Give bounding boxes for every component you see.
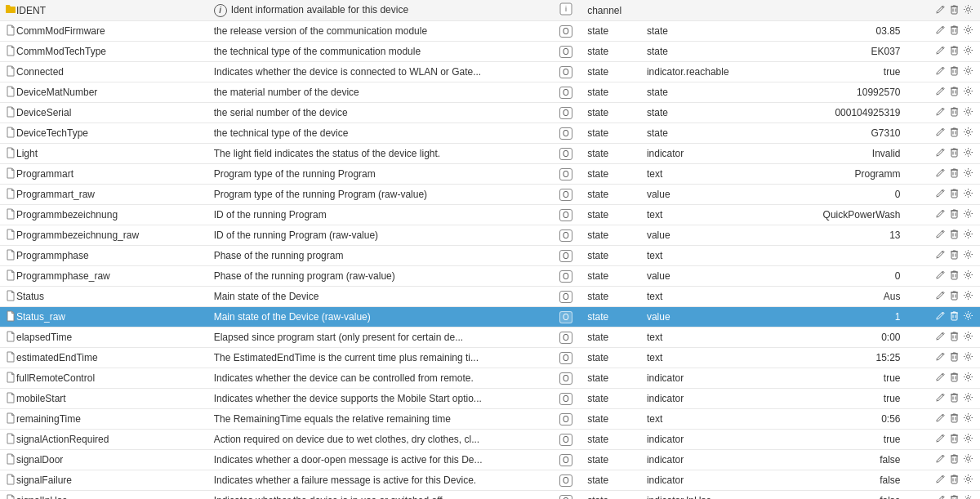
settings-button[interactable]	[961, 432, 975, 447]
table-row[interactable]: Programmphase_rawPhase of the running pr…	[0, 266, 980, 287]
settings-button[interactable]	[961, 248, 975, 263]
settings-button[interactable]	[961, 473, 975, 488]
settings-button[interactable]	[961, 126, 975, 140]
edit-button[interactable]	[933, 65, 947, 79]
edit-button[interactable]	[933, 473, 947, 488]
table-row[interactable]: signalInUseIndicates whether the device …	[0, 491, 980, 500]
table-row[interactable]: DeviceTechTypethe technical type of the …	[0, 123, 980, 144]
delete-button[interactable]	[947, 105, 961, 120]
table-row[interactable]: fullRemoteControlIndicates whether the d…	[0, 368, 980, 389]
delete-button[interactable]	[947, 289, 961, 304]
edit-button[interactable]	[933, 412, 947, 426]
table-row[interactable]: elapsedTimeElapsed since program start (…	[0, 327, 980, 348]
delete-button[interactable]	[947, 146, 961, 161]
settings-button[interactable]	[961, 105, 975, 120]
delete-button[interactable]	[947, 473, 961, 488]
delete-button[interactable]	[947, 350, 961, 365]
delete-button[interactable]	[947, 65, 961, 79]
delete-button[interactable]	[947, 452, 961, 467]
edit-button[interactable]	[933, 105, 947, 120]
settings-button[interactable]	[961, 391, 975, 406]
settings-button[interactable]	[961, 330, 975, 345]
table-row[interactable]: signalFailureIndicates whether a failure…	[0, 470, 980, 491]
table-row[interactable]: estimatedEndTimeThe EstimatedEndTime is …	[0, 348, 980, 368]
edit-button[interactable]	[933, 432, 947, 447]
table-row[interactable]: DeviceMatNumberthe material number of th…	[0, 82, 980, 103]
table-row[interactable]: Status_rawMain state of the Device (raw-…	[0, 307, 980, 327]
delete-button[interactable]	[947, 167, 961, 181]
settings-button[interactable]	[961, 350, 975, 365]
settings-button[interactable]	[961, 24, 975, 38]
settings-button[interactable]	[961, 310, 975, 324]
delete-button[interactable]	[947, 330, 961, 345]
delete-button[interactable]	[947, 207, 961, 222]
edit-button[interactable]	[933, 167, 947, 181]
settings-button[interactable]	[961, 228, 975, 243]
table-row[interactable]: IDENTiIdent information available for th…	[0, 0, 980, 21]
delete-button[interactable]	[947, 44, 961, 59]
table-row[interactable]: Programmbezeichnung_rawID of the running…	[0, 225, 980, 246]
table-row[interactable]: remainingTimeThe RemainingTime equals th…	[0, 409, 980, 430]
edit-button[interactable]	[933, 126, 947, 140]
settings-button[interactable]	[961, 44, 975, 59]
edit-button[interactable]	[933, 493, 947, 499]
edit-button[interactable]	[933, 269, 947, 283]
edit-button[interactable]	[933, 3, 947, 18]
settings-button[interactable]	[961, 187, 975, 202]
delete-button[interactable]	[947, 3, 961, 18]
settings-button[interactable]	[961, 493, 975, 499]
settings-button[interactable]	[961, 371, 975, 385]
table-row[interactable]: StatusMain state of the DeviceOstatetext…	[0, 287, 980, 307]
delete-button[interactable]	[947, 493, 961, 499]
edit-button[interactable]	[933, 207, 947, 222]
table-row[interactable]: CommModFirmwarethe release version of th…	[0, 21, 980, 42]
delete-button[interactable]	[947, 85, 961, 100]
edit-button[interactable]	[933, 350, 947, 365]
delete-button[interactable]	[947, 228, 961, 243]
edit-button[interactable]	[933, 85, 947, 100]
table-row[interactable]: signalDoorIndicates whether a door-open …	[0, 450, 980, 470]
table-row[interactable]: LightThe light field indicates the statu…	[0, 144, 980, 164]
edit-button[interactable]	[933, 452, 947, 467]
settings-button[interactable]	[961, 3, 975, 18]
table-row[interactable]: DeviceSerialthe serial number of the dev…	[0, 103, 980, 123]
delete-button[interactable]	[947, 126, 961, 140]
settings-button[interactable]	[961, 146, 975, 161]
delete-button[interactable]	[947, 391, 961, 406]
delete-button[interactable]	[947, 269, 961, 283]
table-row[interactable]: ProgrammartProgram type of the running P…	[0, 164, 980, 185]
table-row[interactable]: Programmart_rawProgram type of the runni…	[0, 185, 980, 205]
table-row[interactable]: mobileStartIndicates whether the device …	[0, 389, 980, 409]
settings-button[interactable]	[961, 167, 975, 181]
settings-button[interactable]	[961, 269, 975, 283]
delete-button[interactable]	[947, 412, 961, 426]
edit-button[interactable]	[933, 44, 947, 59]
edit-button[interactable]	[933, 187, 947, 202]
settings-button[interactable]	[961, 65, 975, 79]
edit-button[interactable]	[933, 289, 947, 304]
delete-button[interactable]	[947, 432, 961, 447]
delete-button[interactable]	[947, 310, 961, 324]
edit-button[interactable]	[933, 391, 947, 406]
table-row[interactable]: signalActionRequiredAction required on d…	[0, 430, 980, 450]
edit-button[interactable]	[933, 24, 947, 38]
table-row[interactable]: CommModTechTypethe technical type of the…	[0, 42, 980, 62]
delete-button[interactable]	[947, 371, 961, 385]
edit-button[interactable]	[933, 310, 947, 324]
edit-button[interactable]	[933, 330, 947, 345]
settings-button[interactable]	[961, 207, 975, 222]
settings-button[interactable]	[961, 412, 975, 426]
edit-button[interactable]	[933, 248, 947, 263]
settings-button[interactable]	[961, 289, 975, 304]
edit-button[interactable]	[933, 371, 947, 385]
edit-button[interactable]	[933, 228, 947, 243]
settings-button[interactable]	[961, 85, 975, 100]
delete-button[interactable]	[947, 24, 961, 38]
delete-button[interactable]	[947, 248, 961, 263]
delete-button[interactable]	[947, 187, 961, 202]
table-row[interactable]: ProgrammphasePhase of the running progra…	[0, 246, 980, 266]
table-row[interactable]: ConnectedIndicates whether the device is…	[0, 62, 980, 82]
table-row[interactable]: ProgrammbezeichnungID of the running Pro…	[0, 205, 980, 225]
settings-button[interactable]	[961, 452, 975, 467]
edit-button[interactable]	[933, 146, 947, 161]
